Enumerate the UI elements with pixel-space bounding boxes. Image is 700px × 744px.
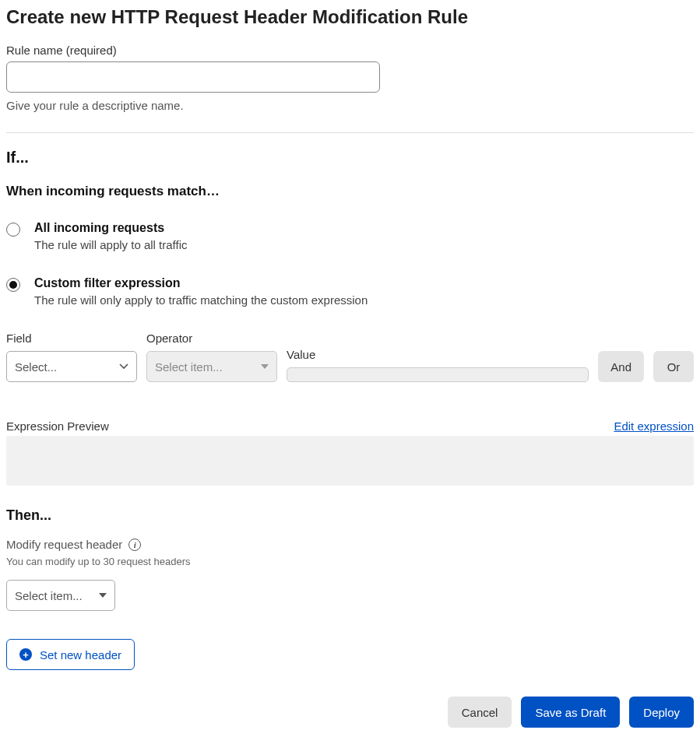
if-sub-heading: When incoming requests match… [6, 184, 694, 199]
and-button[interactable]: And [598, 351, 644, 382]
rule-name-helper: Give your rule a descriptive name. [6, 99, 694, 112]
radio-icon[interactable] [6, 278, 20, 292]
radio-icon[interactable] [6, 223, 20, 237]
header-action-placeholder: Select item... [15, 589, 83, 602]
radio-title: All incoming requests [34, 221, 694, 235]
edit-expression-link[interactable]: Edit expression [614, 419, 694, 433]
expression-preview-label: Expression Preview [6, 419, 109, 433]
radio-desc: The rule will only apply to traffic matc… [34, 293, 694, 307]
cancel-button[interactable]: Cancel [448, 697, 512, 728]
filter-field-placeholder: Select... [15, 360, 57, 374]
modify-helper: You can modify up to 30 request headers [6, 556, 694, 567]
divider [6, 132, 694, 133]
rule-name-label: Rule name (required) [6, 44, 694, 57]
chevron-down-icon [119, 363, 128, 370]
caret-down-icon [261, 364, 269, 369]
filter-operator-label: Operator [146, 332, 277, 345]
modify-request-header-label: Modify request header [6, 538, 122, 551]
expression-preview-box [6, 436, 694, 486]
filter-field-select[interactable]: Select... [6, 351, 137, 382]
then-heading: Then... [6, 507, 694, 524]
filter-value-input[interactable] [287, 367, 589, 382]
or-button[interactable]: Or [653, 351, 694, 382]
filter-value-label: Value [287, 348, 589, 361]
info-icon[interactable]: i [128, 539, 141, 551]
caret-down-icon [99, 593, 107, 598]
plus-icon: + [19, 648, 32, 661]
radio-desc: The rule will apply to all traffic [34, 238, 694, 251]
rule-name-input[interactable] [6, 61, 380, 93]
filter-field-label: Field [6, 332, 137, 345]
if-heading: If... [6, 149, 694, 167]
header-action-select[interactable]: Select item... [6, 580, 115, 611]
deploy-button[interactable]: Deploy [629, 697, 694, 728]
save-draft-button[interactable]: Save as Draft [521, 697, 620, 728]
radio-title: Custom filter expression [34, 276, 694, 290]
set-new-header-label: Set new header [40, 648, 121, 662]
filter-operator-placeholder: Select item... [155, 360, 223, 374]
page-title: Create new HTTP Request Header Modificat… [6, 6, 694, 28]
filter-operator-select[interactable]: Select item... [146, 351, 277, 382]
radio-option-all[interactable]: All incoming requests The rule will appl… [6, 221, 694, 251]
radio-option-custom[interactable]: Custom filter expression The rule will o… [6, 276, 694, 307]
set-new-header-button[interactable]: + Set new header [6, 639, 135, 670]
